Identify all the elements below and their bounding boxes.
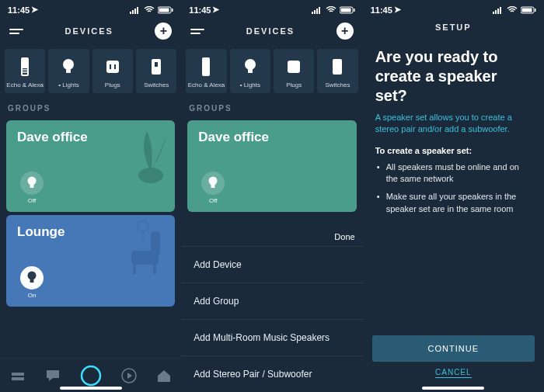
svg-rect-54 [535, 9, 536, 12]
light-toggle[interactable]: On [17, 266, 47, 299]
category-label: Echo & Alexa [6, 82, 44, 88]
tab-devices[interactable] [156, 369, 172, 383]
status-bar: 11:45➤ [363, 0, 544, 16]
home-indicator[interactable] [60, 387, 122, 390]
light-state: Off [28, 197, 37, 204]
tab-chat[interactable] [45, 369, 61, 383]
svg-rect-3 [137, 7, 138, 14]
add-menu-screen: 11:45➤ DEVICES+ Echo & Alexa • Lights Pl… [181, 0, 362, 392]
header: SETUP [363, 16, 544, 38]
svg-rect-50 [497, 9, 499, 14]
status-icons [493, 6, 536, 14]
svg-rect-49 [495, 10, 497, 14]
plug-icon [104, 57, 121, 77]
category-label: Switches [144, 82, 169, 88]
group-card-lounge[interactable]: Lounge On [6, 215, 175, 307]
switch-icon [148, 57, 165, 77]
svg-rect-15 [110, 64, 111, 69]
home-indicator[interactable] [422, 387, 484, 390]
tab-play[interactable] [121, 368, 137, 383]
svg-rect-25 [153, 265, 156, 274]
svg-rect-21 [30, 185, 34, 188]
svg-point-12 [63, 59, 74, 70]
menu-add-multiroom[interactable]: Add Multi-Room Music Speakers [181, 319, 362, 356]
action-sheet: Done Add Device Add Group Add Multi-Room… [181, 227, 362, 392]
page-title: SETUP [435, 23, 472, 32]
svg-point-20 [28, 177, 37, 186]
requirements-list: All speakers must be online and on the s… [375, 161, 532, 216]
light-toggle[interactable]: Off [17, 172, 47, 204]
group-card-office[interactable]: Dave office Off [6, 120, 175, 212]
category-switches[interactable]: Switches [136, 49, 176, 93]
menu-add-device[interactable]: Add Device [181, 246, 362, 283]
list-item: Make sure all your speakers in the speak… [375, 191, 532, 215]
svg-point-26 [138, 220, 148, 231]
chair-icon [116, 220, 170, 282]
add-button[interactable]: + [155, 23, 172, 40]
bulb-icon [20, 266, 44, 290]
svg-rect-45 [333, 59, 342, 75]
setup-heading: Are you ready to create a speaker set? [375, 47, 532, 106]
bulb-icon [60, 57, 77, 77]
page-title: DEVICES [65, 26, 113, 36]
menu-add-stereo[interactable]: Add Stereo Pair / Subwoofer [181, 356, 362, 392]
groups-label: GROUPS [0, 96, 181, 117]
list-title: To create a speaker set: [375, 146, 532, 155]
svg-rect-51 [500, 7, 501, 14]
light-state: On [28, 292, 37, 299]
category-plugs[interactable]: Plugs [92, 49, 133, 93]
list-item: All speakers must be online and on the s… [375, 161, 532, 186]
tab-alexa[interactable] [80, 365, 102, 387]
cancel-button[interactable]: CANCEL [435, 368, 472, 378]
svg-rect-40 [354, 9, 355, 12]
svg-point-42 [245, 59, 256, 70]
svg-rect-35 [314, 10, 316, 14]
devices-screen: 11:45➤ DEVICES + Echo & Alexa • Lights P… [0, 0, 181, 392]
category-label: Plugs [105, 82, 120, 88]
svg-rect-2 [134, 9, 136, 14]
category-label: • Lights [58, 82, 78, 88]
svg-rect-30 [12, 377, 24, 380]
setup-subtitle: A speaker set allows you to create a ste… [375, 112, 532, 135]
echo-icon [16, 57, 33, 77]
svg-rect-37 [319, 7, 320, 14]
svg-rect-1 [132, 10, 134, 14]
svg-rect-23 [151, 231, 160, 255]
location-icon: ➤ [31, 5, 38, 15]
svg-rect-36 [316, 9, 318, 14]
header: DEVICES + [0, 16, 181, 46]
svg-rect-13 [66, 69, 71, 73]
category-lights[interactable]: • Lights [48, 49, 89, 93]
location-icon: ➤ [394, 5, 401, 15]
bulb-icon [20, 172, 44, 195]
svg-rect-48 [493, 12, 494, 14]
status-bar: 11:45➤ [0, 0, 181, 16]
clock: 11:45 [371, 5, 392, 15]
svg-rect-29 [30, 279, 34, 283]
setup-body: Are you ready to create a speaker set? A… [363, 38, 544, 231]
svg-rect-9 [23, 69, 27, 70]
svg-rect-5 [159, 8, 169, 12]
svg-point-46 [209, 177, 218, 186]
setup-screen: 11:45➤ SETUP Are you ready to create a s… [363, 0, 544, 392]
device-categories: Echo & Alexa • Lights Plugs Switches [0, 46, 181, 96]
setup-footer: CONTINUE CANCEL [372, 335, 535, 378]
category-echo[interactable]: Echo & Alexa [5, 49, 45, 93]
svg-rect-41 [202, 57, 210, 76]
menu-icon[interactable] [9, 29, 23, 34]
svg-rect-24 [133, 265, 136, 274]
svg-rect-44 [288, 61, 300, 73]
done-button[interactable]: Done [181, 227, 362, 246]
svg-rect-16 [114, 64, 116, 69]
clock: 11:45 [8, 5, 30, 15]
tab-home[interactable] [10, 369, 26, 382]
plant-icon [124, 125, 170, 187]
svg-rect-31 [12, 373, 24, 376]
svg-rect-18 [155, 62, 158, 67]
svg-rect-34 [312, 12, 313, 14]
svg-rect-53 [521, 8, 532, 12]
svg-point-32 [82, 366, 100, 385]
continue-button[interactable]: CONTINUE [372, 335, 535, 362]
svg-rect-47 [211, 185, 215, 188]
menu-add-group[interactable]: Add Group [181, 283, 362, 319]
